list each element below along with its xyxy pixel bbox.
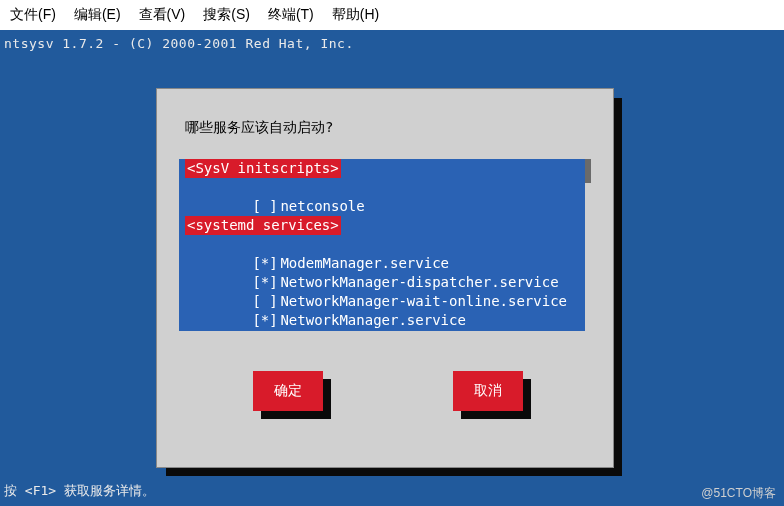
menu-file[interactable]: 文件(F) [10,6,56,24]
section-sysv: <SysV initscripts> [185,159,341,178]
service-checkbox[interactable]: [*] [252,254,280,273]
service-name: NetworkManager-dispatcher.service [280,274,558,290]
section-systemd: <systemd services> [185,216,341,235]
services-dialog: 哪些服务应该自动启动? <SysV initscripts> [ ]netcon… [156,88,614,468]
cancel-button[interactable]: 取消 [453,371,523,411]
service-checkbox[interactable]: [ ] [252,292,280,311]
app-title-line: ntsysv 1.7.2 - (C) 2000-2001 Red Hat, In… [4,36,354,51]
menubar: 文件(F) 编辑(E) 查看(V) 搜索(S) 终端(T) 帮助(H) [0,0,784,30]
service-name: ModemManager.service [280,255,449,271]
service-row[interactable]: [*]ModemManager.service [179,235,591,254]
menu-search[interactable]: 搜索(S) [203,6,250,24]
service-name: netconsole [280,198,364,214]
scrollbar-thumb[interactable] [585,159,591,183]
service-name: NetworkManager.service [280,312,465,328]
menu-edit[interactable]: 编辑(E) [74,6,121,24]
footer-hint: 按 <F1> 获取服务详情。 [4,482,155,500]
service-name: NetworkManager-wait-online.service [280,293,567,309]
service-checkbox[interactable]: [*] [252,311,280,330]
service-row[interactable]: [ ]netconsole [179,178,591,197]
service-checkbox[interactable]: [*] [252,330,280,331]
service-checkbox[interactable]: [*] [252,273,280,292]
service-checkbox[interactable]: [ ] [252,197,280,216]
menu-view[interactable]: 查看(V) [139,6,186,24]
menu-terminal[interactable]: 终端(T) [268,6,314,24]
menu-help[interactable]: 帮助(H) [332,6,379,24]
services-listbox[interactable]: <SysV initscripts> [ ]netconsole [*]netw… [179,159,591,331]
dialog-question: 哪些服务应该自动启动? [185,119,333,137]
listbox-scrollbar[interactable] [585,159,591,331]
ok-button[interactable]: 确定 [253,371,323,411]
watermark: @51CTO博客 [701,485,776,502]
terminal-area: ntsysv 1.7.2 - (C) 2000-2001 Red Hat, In… [0,30,784,506]
